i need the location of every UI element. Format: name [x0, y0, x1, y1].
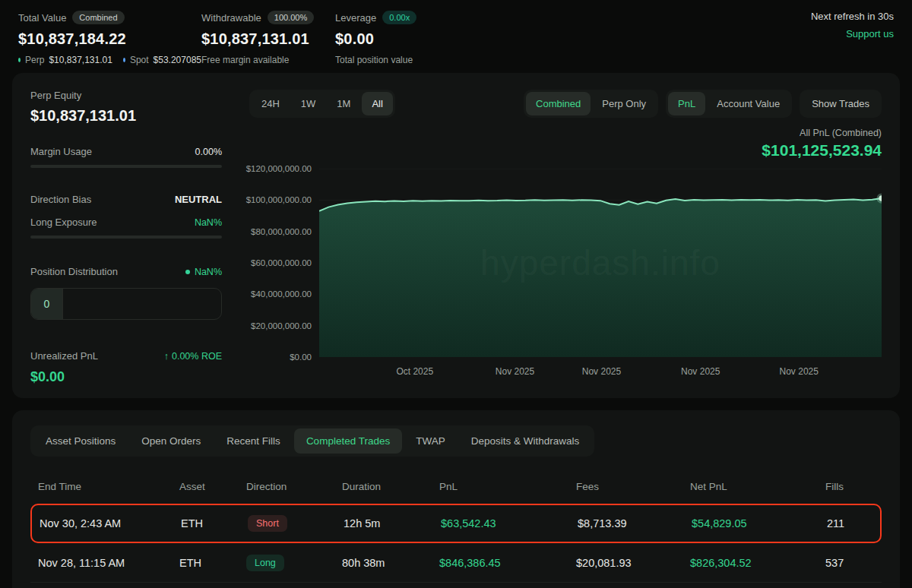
x-tick-label: Nov 2025: [496, 366, 534, 377]
cell-direction: Long: [246, 555, 342, 571]
direction-badge-long: Long: [246, 555, 284, 571]
col-header-fills: Fills: [825, 481, 877, 492]
total-value-block: Total Value Combined $10,837,184.22 Perp…: [18, 11, 201, 65]
direction-bias-value: NEUTRAL: [175, 194, 222, 205]
spot-label: Spot: [130, 55, 149, 65]
leverage-label: Leverage: [335, 12, 376, 24]
leverage-amount: $0.00: [335, 30, 487, 48]
withdrawable-block: Withdrawable 100.00% $10,837,131.01 Free…: [201, 11, 335, 65]
x-tick-label: Nov 2025: [780, 366, 819, 377]
position-distribution-label: Position Distribution: [30, 266, 118, 277]
trades-card: Asset PositionsOpen OrdersRecent FillsCo…: [12, 410, 900, 588]
cell-pnl: $846,386.45: [439, 557, 576, 569]
x-tick-label: Oct 2025: [396, 366, 433, 377]
col-header-fees: Fees: [576, 481, 690, 492]
tab-twap[interactable]: TWAP: [404, 428, 458, 454]
support-us-link[interactable]: Support us: [846, 28, 894, 40]
position-distribution-box: 0: [30, 288, 222, 320]
chart-x-axis: Oct 2025Nov 2025Nov 2025Nov 2025Nov 2025: [319, 357, 882, 380]
perp-dot-icon: [18, 58, 21, 62]
refresh-countdown: Next refresh in 30s: [811, 11, 894, 22]
distribution-count: 0: [31, 289, 63, 319]
direction-badge-short: Short: [248, 515, 287, 532]
direction-bias-label: Direction Bias: [30, 194, 91, 205]
unrealized-pnl-value: $0.00: [30, 369, 222, 385]
combined-badge: Combined: [72, 11, 124, 24]
margin-usage-bar: [30, 165, 222, 168]
perp-spot-breakdown: Perp $10,837,131.01 Spot $53.207085: [18, 55, 201, 65]
margin-usage-value: 0.00%: [195, 147, 222, 157]
table-body: Nov 30, 2:43 AMETHShort12h 5m$63,542.43$…: [30, 504, 882, 583]
tab-open-orders[interactable]: Open Orders: [129, 428, 213, 454]
y-tick-label: $40,000,000.00: [251, 289, 312, 299]
mode-perp-only[interactable]: Perp Only: [592, 92, 656, 115]
tab-completed-trades[interactable]: Completed Trades: [294, 428, 402, 454]
leverage-block: Leverage 0.00x $0.00 Total position valu…: [335, 11, 487, 65]
table-header-row: End TimeAssetDirectionDurationPnLFeesNet…: [30, 469, 882, 504]
total-value-amount: $10,837,184.22: [18, 30, 201, 48]
y-tick-label: $80,000,000.00: [251, 227, 312, 236]
equity-stats-panel: Perp Equity $10,837,131.01 Margin Usage …: [30, 90, 222, 381]
show-trades-button[interactable]: Show Trades: [800, 90, 882, 118]
tab-recent-fills[interactable]: Recent Fills: [214, 428, 293, 454]
leverage-subtext: Total position value: [335, 55, 487, 65]
withdrawable-label: Withdrawable: [201, 12, 261, 24]
perp-label: Perp: [25, 55, 44, 65]
equity-chart-card: Perp Equity $10,837,131.01 Margin Usage …: [12, 73, 900, 398]
range-24h[interactable]: 24H: [252, 92, 290, 115]
tab-asset-positions[interactable]: Asset Positions: [33, 428, 128, 454]
range-1m[interactable]: 1M: [327, 92, 360, 115]
long-exposure-label: Long Exposure: [30, 217, 97, 228]
perp-value: $10,837,131.01: [49, 55, 112, 65]
long-exposure-value: NaN%: [195, 217, 222, 228]
account-summary-bar: Total Value Combined $10,837,184.22 Perp…: [0, 0, 912, 65]
cell-duration: 12h 5m: [344, 517, 441, 530]
chart-plot-area[interactable]: hyperdash.info: [319, 169, 882, 357]
spot-value: $53.207085: [154, 55, 201, 65]
mode-combined[interactable]: Combined: [526, 92, 591, 115]
cell-direction: Short: [248, 515, 344, 532]
metric-pnl[interactable]: PnL: [668, 92, 705, 115]
cell-fills: 211: [827, 517, 878, 530]
cell-asset: ETH: [181, 517, 248, 530]
account-mode-group: CombinedPerp Only: [524, 90, 658, 118]
col-header-pnl: PnL: [439, 481, 576, 492]
range-1w[interactable]: 1W: [291, 92, 326, 115]
y-tick-label: $120,000,000.00: [246, 164, 312, 173]
cell-pnl: $63,542.43: [441, 517, 578, 530]
range-all[interactable]: All: [362, 92, 392, 115]
withdrawable-subtext: Free margin available: [201, 55, 335, 65]
col-header-end-time: End Time: [38, 481, 179, 492]
cell-fees: $8,713.39: [578, 517, 692, 530]
pnl-summary-label: All PnL (Combined): [249, 128, 882, 138]
cell-fees: $20,081.93: [576, 557, 690, 569]
col-header-net-pnl: Net PnL: [690, 481, 825, 492]
table-row[interactable]: Nov 28, 11:15 AMETHLong80h 38m$846,386.4…: [30, 543, 882, 583]
distribution-dot-icon: [185, 270, 190, 274]
unrealized-pnl-label: Unrealized PnL: [30, 350, 98, 362]
chart-metric-group: PnLAccount Value: [666, 90, 792, 118]
cell-end-time: Nov 30, 2:43 AM: [40, 517, 181, 530]
metric-account-value[interactable]: Account Value: [707, 92, 790, 115]
topbar-right: Next refresh in 30s Support us: [811, 11, 894, 40]
chart-controls: 24H1W1MAll CombinedPerp Only PnLAccount …: [249, 90, 882, 118]
hyperdash-dashboard: Total Value Combined $10,837,184.22 Perp…: [0, 0, 912, 588]
spot-dot-icon: [123, 58, 125, 62]
cell-end-time: Nov 28, 11:15 AM: [38, 557, 179, 569]
tab-deposits-withdrawals[interactable]: Deposits & Withdrawals: [459, 428, 592, 454]
cell-net-pnl: $826,304.52: [690, 557, 825, 569]
time-range-group: 24H1W1MAll: [249, 90, 395, 118]
arrow-up-icon: ↑: [164, 351, 169, 362]
col-header-duration: Duration: [342, 481, 439, 492]
pnl-area-chart: [319, 169, 882, 357]
cell-asset: ETH: [179, 557, 246, 569]
leverage-badge: 0.00x: [382, 11, 416, 24]
margin-usage-label: Margin Usage: [30, 146, 92, 157]
roe-value: 0.00% ROE: [172, 351, 222, 362]
pnl-chart: $120,000,000.00$100,000,000.00$80,000,00…: [249, 169, 882, 357]
col-header-direction: Direction: [246, 481, 342, 492]
table-row-highlighted[interactable]: Nov 30, 2:43 AMETHShort12h 5m$63,542.43$…: [30, 504, 882, 543]
withdrawable-percent-badge: 100.00%: [268, 11, 314, 24]
cell-net-pnl: $54,829.05: [692, 517, 827, 530]
chart-y-axis: $120,000,000.00$100,000,000.00$80,000,00…: [249, 169, 319, 357]
